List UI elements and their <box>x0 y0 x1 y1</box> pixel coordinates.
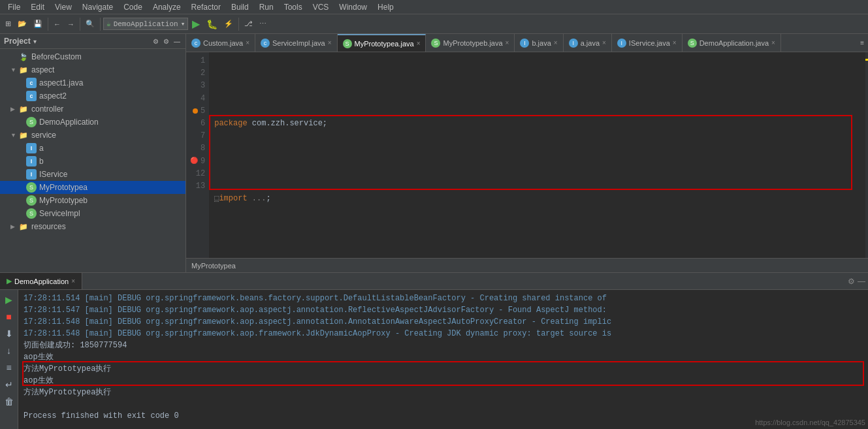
run-stop-btn[interactable]: ■ <box>2 310 16 324</box>
breakpoint-dot <box>193 108 198 114</box>
toolbar-open-btn[interactable]: 📂 <box>15 18 29 29</box>
run-filter-btn[interactable]: ≡ <box>2 360 16 375</box>
tab-myprototypea[interactable]: S MyPrototypea.java × <box>338 34 426 52</box>
tree-item-b[interactable]: I b <box>0 155 185 168</box>
bottom-tab-run[interactable]: ▶ DemoApplication × <box>0 273 82 289</box>
menu-bar: File Edit View Navigate Code Analyze Ref… <box>0 0 868 14</box>
toolbar-sep-4 <box>238 18 239 31</box>
menu-help[interactable]: Help <box>372 3 399 12</box>
tree-item-service[interactable]: ▼ 📁 service <box>0 129 185 142</box>
editor-area: 1 2 3 4 5 6 7 8 🔴 9 <box>186 52 868 272</box>
tab-list-btn[interactable]: ≡ <box>859 39 865 47</box>
tree-item-iservice[interactable]: I IService <box>0 168 185 181</box>
tree-item-resources[interactable]: ▶ 📁 resources <box>0 220 185 233</box>
tab-serviceimpl[interactable]: c ServiceImpl.java × <box>255 34 338 52</box>
panel-minimize-btn[interactable]: — <box>172 37 182 46</box>
tab-icon: S <box>431 39 440 48</box>
folder-icon: 📁 <box>18 65 29 75</box>
tree-arrow: ▶ <box>10 223 18 230</box>
spring-icon: S <box>26 117 37 127</box>
debug-button[interactable]: 🐛 <box>204 18 220 31</box>
line-num: 8 <box>190 142 205 155</box>
tree-item-beforecustom[interactable]: 🍃 BeforeCustom <box>0 50 185 63</box>
tree-item-myprototypeb[interactable]: S MyPrototypeb <box>0 194 185 207</box>
bottom-tabs-bar: ▶ DemoApplication × ⚙ — <box>0 273 868 290</box>
toolbar: ⊞ 📂 💾 ← → 🔍 ☕ DemoApplication ▾ ▶ 🐛 ⚡ ⎇ … <box>0 14 868 34</box>
line-num-text: 5 <box>201 105 205 118</box>
toolbar-search-btn[interactable]: 🔍 <box>83 18 97 29</box>
tab-close-icon[interactable]: × <box>417 40 421 47</box>
plain-text: com.zzh.service; <box>252 118 327 130</box>
panel-gear-btn[interactable]: ⚙ <box>162 37 170 46</box>
toolbar-forward-btn[interactable]: → <box>65 19 77 29</box>
bottom-settings-btn[interactable]: ⚙ <box>848 277 855 286</box>
tree-item-demoapplication[interactable]: S DemoApplication <box>0 116 185 129</box>
chevron-down-icon: ▾ <box>181 20 185 28</box>
tab-iservice[interactable]: I IService.java × <box>612 34 683 52</box>
run-restart-btn[interactable]: ▶ <box>2 293 16 307</box>
toolbar-save-btn[interactable]: 💾 <box>31 18 45 29</box>
tree-item-aspect2[interactable]: c aspect2 <box>0 89 185 103</box>
tree-label-service: service <box>31 131 56 140</box>
tree-item-aspect[interactable]: ▼ 📁 aspect <box>0 63 185 76</box>
menu-navigate[interactable]: Navigate <box>77 3 118 12</box>
menu-build[interactable]: Build <box>226 3 254 12</box>
tree-item-aspect1[interactable]: c aspect1.java <box>0 76 185 89</box>
run-config-dropdown[interactable]: ☕ DemoApplication ▾ <box>103 18 188 30</box>
menu-window[interactable]: Window <box>334 3 372 12</box>
toolbar-git-btn[interactable]: ⎇ <box>242 18 255 29</box>
bottom-minimize-btn[interactable]: — <box>858 277 865 286</box>
code-area[interactable]: package com.zzh.service; □import ...; @R… <box>209 52 865 258</box>
tab-custom[interactable]: c Custom.java × <box>186 34 255 52</box>
tree-label-resources: resources <box>31 222 66 231</box>
line-num-text: 8 <box>201 142 205 155</box>
run-with-coverage-btn[interactable]: ⚡ <box>221 18 236 29</box>
tab-close-icon[interactable]: × <box>506 39 509 46</box>
tree-label-aspect: aspect <box>31 65 54 74</box>
run-button[interactable]: ▶ <box>189 16 202 31</box>
tree-label: b <box>39 157 44 166</box>
tab-close-icon[interactable]: × <box>246 39 249 46</box>
tab-close-icon[interactable]: × <box>673 39 677 46</box>
menu-file[interactable]: File <box>3 3 25 12</box>
tab-b[interactable]: I b.java × <box>515 34 563 52</box>
tab-close-icon[interactable]: × <box>328 39 332 46</box>
tab-close-icon[interactable]: × <box>771 39 775 46</box>
run-resume-btn[interactable]: ⬇ <box>2 326 16 341</box>
run-line: 17:28:11.514 [main] DEBUG org.springfram… <box>24 293 863 304</box>
tab-myprototypeb[interactable]: S MyPrototypeb.java × <box>426 34 515 52</box>
run-tab-close[interactable]: × <box>71 278 75 285</box>
tree-item-serviceimpl[interactable]: S ServiceImpl <box>0 207 185 220</box>
run-wrap-btn[interactable]: ↵ <box>2 377 16 392</box>
menu-vcs[interactable]: VCS <box>308 3 334 12</box>
code-line-2 <box>214 155 860 168</box>
tab-close-icon[interactable]: × <box>602 39 606 46</box>
run-clear-btn[interactable]: 🗑 <box>2 394 16 409</box>
tab-a[interactable]: I a.java × <box>564 34 612 52</box>
toolbar-more-btn[interactable]: ⋯ <box>257 18 269 29</box>
spring-icon: S <box>26 208 37 219</box>
toolbar-back-btn[interactable]: ← <box>51 19 63 29</box>
menu-refactor[interactable]: Refactor <box>186 3 226 12</box>
line-num-text: 7 <box>201 130 205 142</box>
menu-analyze[interactable]: Analyze <box>148 3 186 12</box>
line-num: 3 <box>190 80 205 92</box>
menu-edit[interactable]: Edit <box>25 3 50 12</box>
run-step-btn[interactable]: ↓ <box>2 343 16 358</box>
menu-run[interactable]: Run <box>254 3 279 12</box>
tree-item-a[interactable]: I a <box>0 142 185 155</box>
top-section: Project ▾ ⚙ ⚙ — 🍃 BeforeCustom ▼ <box>0 34 868 272</box>
tree-item-myprototypea[interactable]: S MyPrototypea <box>0 181 185 194</box>
tab-close-icon[interactable]: × <box>554 39 558 46</box>
toolbar-new-btn[interactable]: ⊞ <box>3 18 14 29</box>
menu-tools[interactable]: Tools <box>279 3 308 12</box>
tree-item-controller[interactable]: ▶ 📁 controller <box>0 103 185 116</box>
tab-icon: S <box>688 39 697 48</box>
panel-sync-btn[interactable]: ⚙ <box>152 37 160 46</box>
menu-code[interactable]: Code <box>118 3 148 12</box>
menu-view[interactable]: View <box>50 3 77 12</box>
tree-label: BeforeCustom <box>31 52 82 61</box>
editor-content: 1 2 3 4 5 6 7 8 🔴 9 <box>186 52 868 258</box>
java-icon: c <box>26 91 37 101</box>
tab-demoapplication[interactable]: S DemoApplication.java × <box>683 34 781 52</box>
